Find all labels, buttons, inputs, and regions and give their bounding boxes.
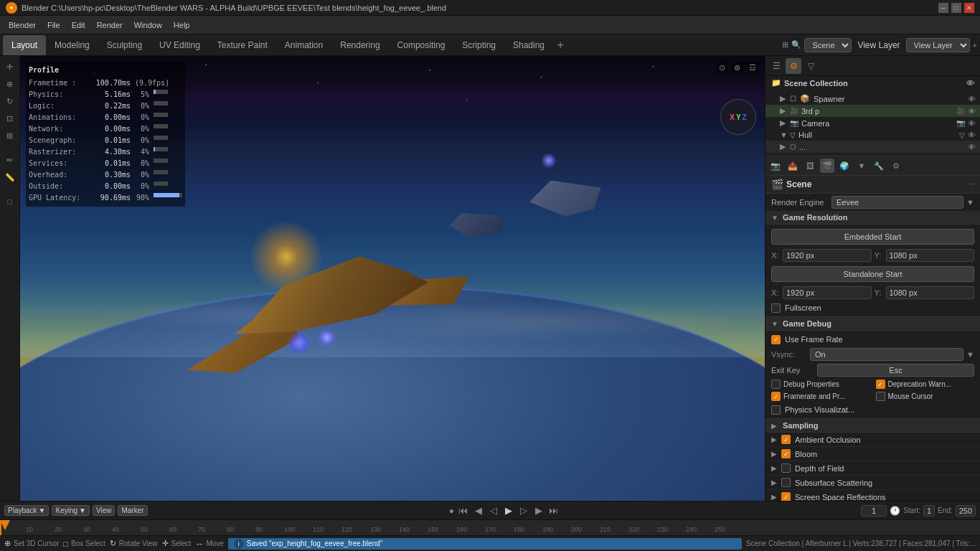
tab-animation[interactable]: Animation [276, 35, 331, 55]
properties-icon-tab[interactable]: ⚙ [786, 58, 801, 74]
marker-dropdown[interactable]: Marker [118, 505, 147, 516]
end-frame-input[interactable]: 250 [956, 505, 976, 517]
extra-eye-icon[interactable]: 👁 [968, 143, 976, 151]
game-resolution-section[interactable]: ▼ Game Resolution [765, 211, 980, 225]
tab-modeling[interactable]: Modeling [46, 35, 98, 55]
tab-sculpting[interactable]: Sculpting [98, 35, 151, 55]
framerate-checkbox[interactable]: ✓ [771, 392, 781, 401]
tab-shading[interactable]: Shading [504, 35, 553, 55]
search-icon[interactable]: 🔍 [791, 40, 801, 50]
timeline-ruler[interactable]: 10 20 30 40 50 60 70 80 90 100 110 120 1… [0, 519, 980, 535]
outliner-icon-tab[interactable]: ☰ [768, 58, 784, 74]
prev-keyframe-button[interactable]: ◀ [471, 504, 486, 518]
world-props-icon[interactable]: 🌍 [837, 159, 852, 173]
step-forward-button[interactable]: ▷ [517, 504, 531, 518]
render-engine-dropdown[interactable]: Eevee [831, 196, 963, 209]
move-tool-button[interactable]: ⊕ [2, 76, 18, 92]
step-back-button[interactable]: ◁ [486, 504, 501, 518]
object-props-icon[interactable]: ▼ [854, 159, 869, 173]
scene-collection-header[interactable]: 📁 Scene Collection 👁 [765, 76, 980, 90]
tab-scripting[interactable]: Scripting [453, 35, 504, 55]
add-cube-button[interactable]: □ [2, 194, 18, 209]
view-layer-props-icon[interactable]: 🖼 [803, 159, 817, 173]
viewport-shading-icon[interactable]: ⊙ [716, 62, 728, 74]
expand-all-icon[interactable]: ⋯ [966, 180, 974, 189]
menu-edit[interactable]: Edit [66, 19, 91, 32]
tree-spawner[interactable]: ▶ ☐ 📦 Spawner 👁 [765, 93, 980, 105]
tab-compositing[interactable]: Compositing [389, 35, 454, 55]
3d-viewport[interactable]: Profile Frametime : 100.70ms (9.9fps) Ph… [20, 56, 765, 501]
camera-eye-icon[interactable]: 👁 [968, 119, 976, 128]
effect-ambient-occlusion[interactable]: ▶ ✓ Ambient Occlusion [765, 433, 980, 447]
tab-uv-editing[interactable]: UV Editing [151, 35, 209, 55]
transform-tool-button[interactable]: ⊞ [2, 128, 18, 143]
physics-props-icon[interactable]: ⚙ [889, 159, 903, 173]
sampling-section[interactable]: ▶ Sampling [765, 419, 980, 433]
menu-window[interactable]: Window [128, 19, 168, 32]
xray-icon[interactable]: ☲ [746, 62, 759, 74]
menu-blender[interactable]: Blender [3, 19, 42, 32]
start-frame-input[interactable]: 1 [923, 505, 935, 517]
debug-properties-checkbox[interactable] [771, 380, 781, 389]
close-button[interactable]: ✕ [964, 3, 974, 13]
view-layer-dropdown[interactable]: View Layer [906, 38, 970, 52]
deprecation-warn-checkbox[interactable]: ✓ [876, 380, 885, 389]
fullscreen-checkbox[interactable] [771, 303, 781, 313]
spawner-eye-icon[interactable]: 👁 [968, 95, 976, 103]
physics-visualiz-checkbox[interactable] [771, 405, 781, 415]
spawner-checkbox[interactable]: ☐ [790, 95, 796, 103]
tree-3rdp[interactable]: ▶ 🎥 3rd p 🎥 👁 [765, 105, 980, 117]
scene-dropdown[interactable]: Scene [804, 38, 852, 52]
output-props-icon[interactable]: 📤 [786, 159, 800, 173]
bloom-checkbox[interactable]: ✓ [781, 449, 791, 458]
effect-depth-of-field[interactable]: ▶ Depth of Field [765, 461, 980, 476]
dof-checkbox[interactable] [781, 463, 791, 473]
playback-dropdown[interactable]: Playback ▼ [4, 505, 49, 516]
minimize-button[interactable]: ─ [938, 3, 948, 13]
tree-extra[interactable]: ▶ ⬡ ... 👁 [765, 141, 980, 153]
menu-render[interactable]: Render [91, 19, 128, 32]
use-frame-rate-checkbox[interactable]: ✓ [771, 335, 781, 344]
jump-to-end-button[interactable]: ⏭ [547, 504, 561, 518]
menu-file[interactable]: File [42, 19, 66, 32]
effect-screen-space-reflections[interactable]: ▶ ✓ Screen Space Reflections [765, 490, 980, 501]
rotate-tool-button[interactable]: ↻ [2, 93, 18, 109]
menu-help[interactable]: Help [168, 19, 196, 32]
measure-tool-button[interactable]: 📏 [2, 169, 18, 185]
add-icon[interactable]: + [973, 41, 977, 50]
jump-to-start-button[interactable]: ⏮ [456, 504, 471, 518]
tab-layout[interactable]: Layout [3, 35, 46, 55]
play-button[interactable]: ▶ [501, 504, 516, 518]
scene-props-icon[interactable]: 🎬 [820, 159, 834, 173]
tree-hull[interactable]: ▼ ▽ Hull ▽ 👁 [765, 129, 980, 141]
sss-checkbox[interactable] [781, 478, 791, 487]
mouse-cursor-checkbox[interactable] [876, 392, 885, 401]
effect-subsurface-scattering[interactable]: ▶ Subsurface Scattering [765, 476, 980, 490]
keying-dropdown[interactable]: Keying ▼ [52, 505, 89, 516]
3rdp-eye-icon[interactable]: 👁 [968, 107, 976, 116]
game-debug-section[interactable]: ▼ Game Debug [765, 317, 980, 331]
current-frame-input[interactable]: 1 [861, 505, 887, 517]
tab-rendering[interactable]: Rendering [331, 35, 388, 55]
embedded-y-input[interactable]: 1080 px [886, 249, 975, 262]
cursor-tool-button[interactable]: ✛ [2, 59, 18, 75]
filter-icon[interactable]: ▽ [803, 58, 819, 74]
overlay-icon[interactable]: ⊛ [731, 62, 743, 74]
effect-bloom[interactable]: ▶ ✓ Bloom [765, 447, 980, 461]
viewport-gizmo[interactable]: X Y Z [720, 99, 756, 135]
tree-camera[interactable]: ▶ 📷 Camera 📷 👁 [765, 117, 980, 129]
tab-add-button[interactable]: + [553, 38, 567, 52]
embedded-x-input[interactable]: 1920 px [783, 249, 872, 262]
scene-collection-eye[interactable]: 👁 [966, 79, 974, 88]
ssr-checkbox[interactable]: ✓ [781, 492, 791, 501]
view-dropdown[interactable]: View [93, 505, 116, 516]
annotate-tool-button[interactable]: ✏ [2, 152, 18, 168]
embedded-start-button[interactable]: Embedded Start [771, 229, 974, 245]
ao-checkbox[interactable]: ✓ [781, 435, 791, 444]
exit-key-button[interactable]: Esc [817, 364, 974, 377]
modifiers-props-icon[interactable]: 🔧 [872, 159, 886, 173]
vsync-dropdown[interactable]: On [810, 348, 963, 361]
render-props-icon[interactable]: 📷 [768, 159, 783, 173]
standalone-x-input[interactable]: 1920 px [783, 286, 872, 299]
tab-texture-paint[interactable]: Texture Paint [209, 35, 276, 55]
